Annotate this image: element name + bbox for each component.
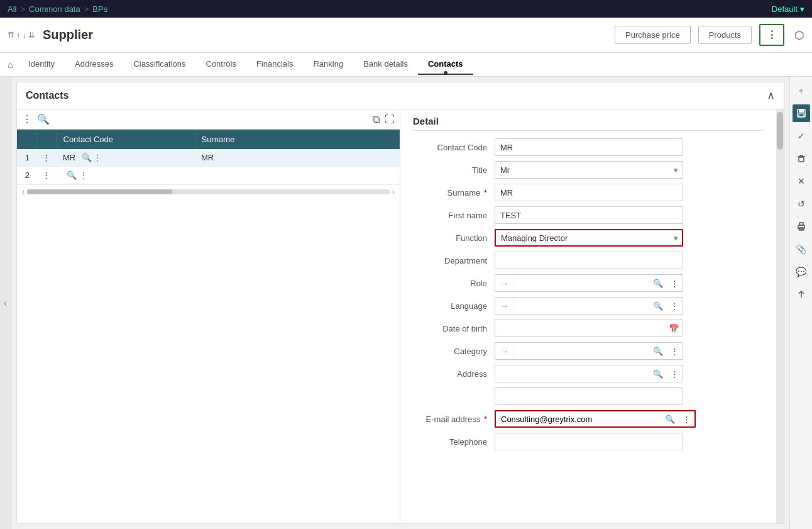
sort-down[interactable]: ↓ xyxy=(23,30,27,40)
category-search-icon[interactable]: 🔍 xyxy=(649,344,667,359)
input-email[interactable] xyxy=(496,412,661,426)
address-search-icon[interactable]: 🔍 xyxy=(649,367,667,381)
category-more-icon[interactable]: ⋮ xyxy=(667,344,683,359)
tab-identity[interactable]: Identity xyxy=(18,54,65,75)
label-contact-code: Contact Code xyxy=(413,143,495,152)
label-address: Address xyxy=(413,369,495,379)
role-field: → 🔍 ⋮ xyxy=(495,274,683,292)
share-icon[interactable] xyxy=(793,286,810,303)
list-more-btn[interactable]: ⋮ xyxy=(22,113,32,125)
close-icon[interactable]: ✕ xyxy=(793,172,810,190)
list-layers-btn[interactable]: ⧉ xyxy=(373,114,380,125)
attach-icon[interactable]: 📎 xyxy=(793,240,810,258)
col-actions xyxy=(36,130,57,149)
input-address[interactable] xyxy=(495,367,649,381)
sort-last[interactable]: ⇊ xyxy=(28,30,35,40)
expand-icon[interactable]: + xyxy=(793,82,810,99)
language-search-icon[interactable]: 🔍 xyxy=(649,299,667,313)
email-more-icon[interactable]: ⋮ xyxy=(679,412,694,426)
row-more-icon-2[interactable]: ⋮ xyxy=(79,170,87,180)
row-contact-code-1: MR 🔍 ⋮ xyxy=(57,149,195,167)
input-department[interactable] xyxy=(495,252,683,269)
products-button[interactable]: Products xyxy=(698,26,752,44)
tab-financials[interactable]: Financials xyxy=(246,54,304,75)
row-actions-1[interactable]: ⋮ xyxy=(36,149,57,167)
vertical-scrollbar[interactable] xyxy=(776,109,784,523)
sort-arrows: ⇈ ↑ ↓ ⇊ xyxy=(8,30,35,40)
left-panel-toggle[interactable]: ‹ xyxy=(0,77,11,529)
language-more-icon[interactable]: ⋮ xyxy=(667,299,683,313)
list-search-btn[interactable]: 🔍 xyxy=(37,113,50,125)
tab-bank-details[interactable]: Bank details xyxy=(353,54,418,75)
tab-contacts[interactable]: Contacts xyxy=(418,54,473,75)
scrollbar-thumb xyxy=(777,112,783,150)
exit-button[interactable]: ⬡ xyxy=(794,28,804,42)
breadcrumb-all[interactable]: All xyxy=(8,4,16,14)
select-title[interactable]: Mr Mrs Ms Dr xyxy=(495,161,683,179)
breadcrumb-bps[interactable]: BPs xyxy=(92,4,107,14)
detail-title: Detail xyxy=(413,116,764,131)
role-search-icon[interactable]: 🔍 xyxy=(649,276,667,291)
save-icon[interactable] xyxy=(793,104,810,122)
role-arrow-icon[interactable]: → xyxy=(495,276,514,291)
label-email: E-mail address * xyxy=(413,415,495,424)
table-row[interactable]: 2 ⋮ 🔍 ⋮ xyxy=(17,167,400,184)
scroll-right-arrow[interactable]: › xyxy=(392,187,395,196)
input-telephone[interactable] xyxy=(495,433,683,450)
input-contact-code[interactable] xyxy=(495,138,683,156)
field-contact-code: Contact Code xyxy=(413,138,764,156)
svg-rect-9 xyxy=(799,223,803,225)
more-options-button[interactable]: ⋮ xyxy=(759,24,784,46)
field-category: Category → 🔍 ⋮ xyxy=(413,342,764,360)
row-more-icon-1[interactable]: ⋮ xyxy=(94,153,102,162)
tab-ranking[interactable]: Ranking xyxy=(303,54,353,75)
detail-panel: Detail Contact Code Title Mr Mrs Ms Dr xyxy=(400,109,776,523)
horizontal-scrollbar[interactable]: ‹ › xyxy=(17,184,400,199)
delete-icon[interactable] xyxy=(793,150,810,167)
contacts-data-table: Contact Code Surname 1 ⋮ xyxy=(17,130,400,184)
address-more-icon[interactable]: ⋮ xyxy=(667,367,683,381)
tab-controls[interactable]: Controls xyxy=(196,54,246,75)
field-date-of-birth: Date of birth 📅 xyxy=(413,320,764,337)
input-role[interactable] xyxy=(514,276,649,291)
role-more-icon[interactable]: ⋮ xyxy=(667,276,683,291)
input-surname[interactable] xyxy=(495,184,683,201)
breadcrumb-common-data[interactable]: Common data xyxy=(29,4,80,14)
panel-collapse-button[interactable]: ∧ xyxy=(767,89,775,103)
input-language[interactable] xyxy=(514,299,649,313)
category-arrow-icon[interactable]: → xyxy=(495,344,514,359)
col-contact-code: Contact Code xyxy=(57,130,195,149)
list-expand-btn[interactable]: ⛶ xyxy=(385,114,395,125)
select-function[interactable]: Managing Director Director Manager Staff xyxy=(495,229,683,247)
row-actions-2[interactable]: ⋮ xyxy=(36,167,57,184)
scroll-left-arrow[interactable]: ‹ xyxy=(22,187,25,196)
col-surname: Surname xyxy=(195,130,400,149)
input-first-name[interactable] xyxy=(495,206,683,224)
field-extra xyxy=(413,387,764,405)
email-search-icon[interactable]: 🔍 xyxy=(661,412,679,426)
sort-up[interactable]: ↑ xyxy=(16,30,21,40)
tab-classifications[interactable]: Classifications xyxy=(123,54,195,75)
language-arrow-icon[interactable]: → xyxy=(495,299,514,313)
tab-addresses[interactable]: Addresses xyxy=(65,54,123,75)
input-extra[interactable] xyxy=(495,387,683,405)
breadcrumb-bar: All > Common data > BPs Default ▾ xyxy=(0,0,812,18)
label-department: Department xyxy=(413,256,495,265)
sort-first[interactable]: ⇈ xyxy=(8,30,14,40)
scroll-track[interactable] xyxy=(27,189,390,194)
chat-icon[interactable]: 💬 xyxy=(793,263,810,281)
default-dropdown[interactable]: Default ▾ xyxy=(772,4,804,14)
input-category[interactable] xyxy=(514,344,649,359)
check-icon[interactable]: ✓ xyxy=(793,127,810,145)
calendar-icon[interactable]: 📅 xyxy=(665,321,683,336)
label-first-name: First name xyxy=(413,211,495,220)
refresh-icon[interactable]: ↺ xyxy=(793,195,810,213)
purchase-price-button[interactable]: Purchase price xyxy=(615,26,691,44)
print-icon[interactable] xyxy=(793,218,810,235)
home-icon[interactable]: ⌂ xyxy=(8,59,13,70)
row-search-icon-1[interactable]: 🔍 xyxy=(82,153,92,162)
date-field: 📅 xyxy=(495,320,683,337)
row-search-icon-2[interactable]: 🔍 xyxy=(67,170,77,180)
input-date-of-birth[interactable] xyxy=(495,321,665,336)
table-row[interactable]: 1 ⋮ MR 🔍 ⋮ MR xyxy=(17,149,400,167)
